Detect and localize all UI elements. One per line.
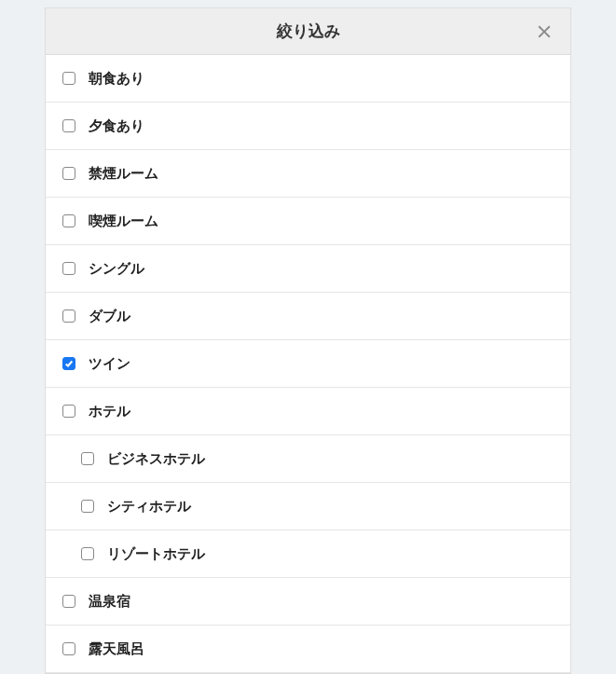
filter-option-row[interactable]: リゾートホテル: [46, 530, 570, 578]
filter-option-row[interactable]: 禁煙ルーム: [46, 150, 570, 198]
checkbox[interactable]: [81, 500, 94, 513]
filter-option-label: 喫煙ルーム: [89, 213, 158, 230]
checkbox[interactable]: [62, 167, 75, 180]
filter-panel: 絞り込み 朝食あり夕食あり禁煙ルーム喫煙ルームシングルダブルツインホテルビジネス…: [45, 7, 571, 674]
checkbox[interactable]: [81, 547, 94, 560]
checkbox[interactable]: [62, 214, 75, 227]
filter-option-row[interactable]: シングル: [46, 245, 570, 293]
filter-option-row[interactable]: 朝食あり: [46, 55, 570, 103]
filter-option-label: リゾートホテル: [107, 545, 205, 563]
filter-option-label: ホテル: [89, 403, 130, 420]
check-icon: [64, 359, 74, 368]
filter-option-label: 温泉宿: [89, 593, 130, 611]
filter-option-label: ダブル: [89, 308, 130, 325]
filter-option-label: 朝食あり: [89, 70, 144, 88]
filter-option-row[interactable]: 喫煙ルーム: [46, 198, 570, 245]
close-button[interactable]: [529, 17, 559, 47]
filter-option-label: ツイン: [89, 355, 130, 373]
checkbox[interactable]: [62, 262, 75, 275]
filter-option-list: 朝食あり夕食あり禁煙ルーム喫煙ルームシングルダブルツインホテルビジネスホテルシテ…: [46, 55, 570, 673]
filter-option-row[interactable]: ダブル: [46, 293, 570, 340]
checkbox[interactable]: [62, 642, 75, 655]
filter-option-row[interactable]: ホテル: [46, 388, 570, 435]
filter-option-label: 夕食あり: [89, 117, 144, 135]
filter-option-row[interactable]: シティホテル: [46, 483, 570, 530]
filter-title: 絞り込み: [277, 21, 340, 42]
checkbox[interactable]: [62, 119, 75, 132]
filter-option-row[interactable]: ツイン: [46, 340, 570, 388]
filter-option-row[interactable]: 温泉宿: [46, 578, 570, 626]
checkbox[interactable]: [81, 452, 94, 465]
filter-option-label: 禁煙ルーム: [89, 165, 158, 183]
filter-option-label: シティホテル: [107, 498, 191, 516]
close-icon: [534, 21, 554, 42]
checkbox[interactable]: [62, 357, 75, 370]
filter-option-label: 露天風呂: [89, 640, 144, 658]
checkbox[interactable]: [62, 405, 75, 418]
filter-option-row[interactable]: 夕食あり: [46, 103, 570, 150]
filter-option-label: シングル: [89, 260, 144, 278]
filter-option-row[interactable]: 露天風呂: [46, 626, 570, 673]
filter-option-row[interactable]: ビジネスホテル: [46, 435, 570, 483]
filter-header: 絞り込み: [46, 8, 570, 55]
checkbox[interactable]: [62, 72, 75, 85]
checkbox[interactable]: [62, 595, 75, 608]
filter-option-label: ビジネスホテル: [107, 450, 205, 468]
checkbox[interactable]: [62, 309, 75, 323]
